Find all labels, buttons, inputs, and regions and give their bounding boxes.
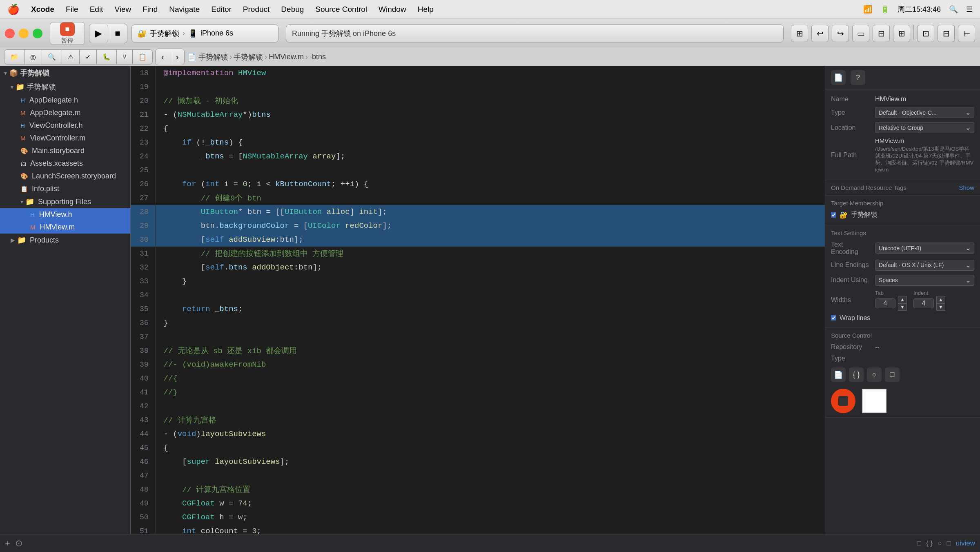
tree-item-project[interactable]: ▾ 📦 手势解锁	[0, 66, 130, 80]
line-content[interactable]: int colCount = 3;	[155, 524, 825, 534]
line-content[interactable]: // 无论是从 sb 还是 xib 都会调用	[155, 344, 825, 358]
breadcrumb-item-0[interactable]: 手势解锁	[198, 52, 228, 62]
line-content[interactable]	[155, 288, 825, 302]
view-menu-item[interactable]: View	[114, 5, 131, 14]
encoding-dropdown[interactable]: Unicode (UTF-8) ⌄	[875, 243, 974, 254]
tree-item-launchscreen[interactable]: 🎨 LaunchScreen.storyboard	[0, 170, 130, 183]
tab-width-increment[interactable]: ▲	[898, 296, 907, 303]
stop-button[interactable]: ■	[108, 24, 127, 43]
line-content[interactable]	[155, 399, 825, 413]
line-content[interactable]: @implementation HMView	[155, 66, 825, 80]
search-icon[interactable]: 🔍	[949, 5, 958, 14]
line-content[interactable]: - (NSMutableArray*)btns	[155, 108, 825, 122]
tree-item-hmview-h[interactable]: H HMView.h	[0, 208, 130, 221]
line-content[interactable]: {	[155, 122, 825, 136]
scheme-selector[interactable]: 🔐 手势解锁 › 📱 iPhone 6s	[131, 24, 278, 42]
tab-width-decrement[interactable]: ▼	[898, 303, 907, 311]
nav-scm-btn[interactable]: ⑂	[117, 50, 133, 64]
wrap-lines-checkbox[interactable]	[831, 315, 836, 321]
tree-item-appdelegate-h[interactable]: H AppDelegate.h	[0, 94, 130, 107]
nav-log-btn[interactable]: 📋	[133, 50, 152, 64]
nav-fwd-btn[interactable]: ›	[170, 49, 185, 65]
stop-pause-button[interactable]: ■ 暂停	[50, 22, 85, 45]
editor-menu-item[interactable]: Editor	[211, 5, 232, 14]
forward-icon-btn[interactable]: ↪	[832, 25, 849, 42]
tree-item-products[interactable]: ▶ 📁 Products	[0, 234, 130, 247]
breadcrumb-item-1[interactable]: 手势解锁	[234, 52, 263, 62]
debug-toggle[interactable]: ⊟	[938, 25, 955, 42]
edit-menu-item[interactable]: Edit	[90, 5, 103, 14]
nav-warn-btn[interactable]: ⚠	[62, 50, 80, 64]
apple-menu-item[interactable]: 🍎	[7, 4, 20, 15]
breadcrumb-item-2[interactable]: HMView.m	[269, 53, 304, 61]
nav-test-btn[interactable]: ✓	[80, 50, 97, 64]
source-control-menu-item[interactable]: Source Control	[315, 5, 367, 14]
filter-button[interactable]: ⊙	[15, 538, 22, 549]
version-editor-btn[interactable]: ⊞	[893, 25, 910, 42]
line-content[interactable]: for (int i = 0; i < kButtonCount; ++i) {	[155, 177, 825, 191]
minimize-button[interactable]	[19, 29, 29, 38]
sc-square-icon-btn[interactable]: □	[885, 367, 900, 382]
line-content[interactable]: }	[155, 316, 825, 330]
record-button[interactable]	[831, 389, 855, 413]
line-content[interactable]: CGFloat h = w;	[155, 510, 825, 524]
line-content[interactable]: // 把创建的按钮添加到数组中 方便管理	[155, 247, 825, 260]
tree-item-hmview-m[interactable]: M HMView.m	[0, 221, 130, 234]
debug-menu-item[interactable]: Debug	[281, 5, 304, 14]
line-content[interactable]: if (!_btns) {	[155, 136, 825, 149]
indent-width-input[interactable]	[913, 298, 934, 308]
help-menu-item[interactable]: Help	[418, 5, 434, 14]
assistant-editor-btn[interactable]: ⊟	[873, 25, 890, 42]
line-content[interactable]: // 计算九宫格	[155, 413, 825, 427]
line-content[interactable]: //- (void)awakeFromNib	[155, 358, 825, 372]
line-content[interactable]	[155, 469, 825, 483]
line-content[interactable]: }	[155, 274, 825, 288]
file-inspector-btn[interactable]: 📄	[831, 70, 846, 85]
indent-width-increment[interactable]: ▲	[936, 296, 945, 303]
sc-circle-icon-btn[interactable]: ○	[867, 367, 882, 382]
layout-icon-btn[interactable]: ⊞	[791, 25, 808, 42]
navigator-toggle[interactable]: ⊡	[917, 25, 934, 42]
view-search[interactable]: uiview	[956, 539, 975, 548]
line-content[interactable]: _btns = [NSMutableArray array];	[155, 149, 825, 163]
line-content[interactable]: [super layoutSubviews];	[155, 455, 825, 469]
indent-dropdown[interactable]: Spaces ⌄	[875, 275, 974, 286]
add-file-button[interactable]: +	[5, 538, 10, 549]
nav-class-btn[interactable]: ◎	[24, 50, 42, 64]
line-content[interactable]: // 懒加载 - 初始化	[155, 94, 825, 108]
line-content[interactable]: //{	[155, 372, 825, 385]
line-content[interactable]: [self.btns addObject:btn];	[155, 260, 825, 274]
line-content[interactable]: // 计算九宫格位置	[155, 483, 825, 496]
nav-search-btn[interactable]: 🔍	[42, 50, 62, 64]
line-content[interactable]	[155, 330, 825, 344]
nav-folder-btn[interactable]: 📁	[4, 50, 24, 64]
breadcrumb-item-3[interactable]: -btns	[310, 53, 326, 61]
line-content[interactable]	[155, 163, 825, 177]
nav-back-btn[interactable]: ‹	[156, 49, 170, 65]
file-menu-item[interactable]: File	[66, 5, 78, 14]
line-content[interactable]: return _btns;	[155, 302, 825, 316]
back-icon-btn[interactable]: ↩	[811, 25, 829, 42]
tree-item-appdelegate-m[interactable]: M AppDelegate.m	[0, 107, 130, 119]
line-content[interactable]: {	[155, 441, 825, 455]
window-menu-item[interactable]: Window	[379, 5, 406, 14]
sc-doc-icon-btn[interactable]: 📄	[831, 367, 846, 382]
tab-width-input[interactable]	[875, 298, 895, 308]
tree-item-assets[interactable]: 🗂 Assets.xcassets	[0, 157, 130, 170]
line-content[interactable]: [self addSubview:btn];	[155, 233, 825, 247]
run-button[interactable]: ▶	[89, 24, 108, 43]
control-center-icon[interactable]: ☰	[966, 5, 973, 14]
line-content[interactable]: //}	[155, 385, 825, 399]
xcode-menu-item[interactable]: Xcode	[31, 5, 54, 14]
tree-item-group[interactable]: ▾ 📁 手势解锁	[0, 80, 130, 94]
tree-item-viewcontroller-m[interactable]: M ViewController.m	[0, 132, 130, 145]
code-editor[interactable]: 18@implementation HMView19 20// 懒加载 - 初始…	[131, 66, 825, 534]
utilities-toggle[interactable]: ⊢	[958, 25, 975, 42]
location-dropdown[interactable]: Relative to Group ⌄	[875, 122, 974, 133]
line-endings-dropdown[interactable]: Default - OS X / Unix (LF) ⌄	[875, 260, 974, 271]
standard-editor-btn[interactable]: ▭	[852, 25, 869, 42]
tree-item-info-plist[interactable]: 📋 Info.plist	[0, 183, 130, 195]
line-content[interactable]: UIButton* btn = [[UIButton alloc] init];	[155, 205, 825, 219]
find-menu-item[interactable]: Find	[143, 5, 158, 14]
white-square-btn[interactable]	[862, 389, 886, 413]
